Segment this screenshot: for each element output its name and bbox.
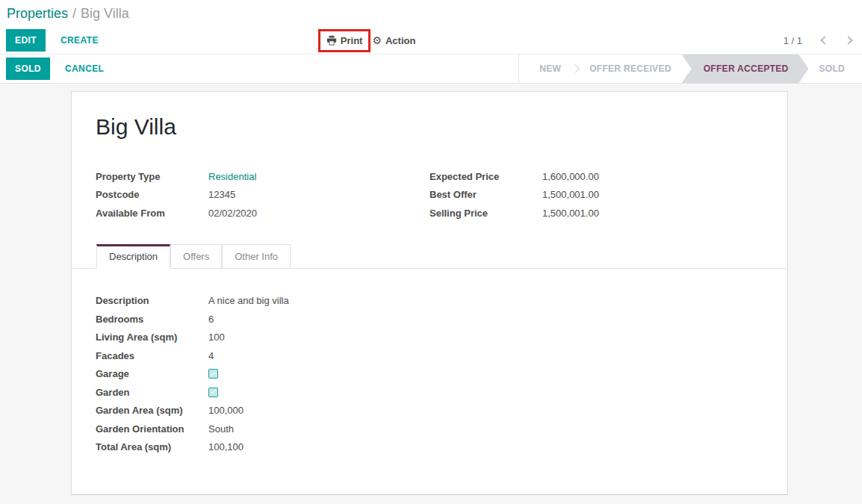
field-label: Description [96, 295, 208, 306]
pager: 1 / 1 [784, 35, 852, 46]
content-area: Big Villa Property TypeResidentialPostco… [0, 84, 862, 504]
printer-icon [326, 35, 337, 46]
checkbox-garden[interactable] [208, 388, 218, 397]
field-row-best-offer: Best Offer1,500,001.00 [430, 186, 763, 205]
field-value: 4 [208, 350, 214, 361]
action-button[interactable]: ⚙ Action [370, 32, 417, 49]
field-row-postcode: Postcode12345 [96, 186, 430, 205]
field-value: 12345 [208, 189, 235, 200]
pager-previous-icon[interactable] [820, 36, 828, 44]
field-value: 1,500,001.00 [542, 208, 599, 219]
field-row-property-type: Property TypeResidential [96, 167, 430, 186]
field-value: 02/02/2020 [208, 208, 257, 219]
sold-button[interactable]: SOLD [6, 57, 50, 80]
control-panel: EDIT CREATE Print ⚙ Action 1 / 1 [0, 27, 862, 54]
tab-other-info[interactable]: Other Info [222, 244, 291, 269]
step-separator-icon [571, 64, 579, 72]
field-label: Garden Area (sqm) [96, 405, 208, 416]
breadcrumb-separator: / [72, 6, 76, 22]
action-button-label: Action [385, 35, 415, 46]
form-card: Big Villa Property TypeResidentialPostco… [71, 91, 788, 495]
create-button[interactable]: CREATE [56, 34, 103, 46]
field-row-garden-area-sqm-: Garden Area (sqm)100,000 [96, 402, 763, 420]
page-title: Big Villa [96, 114, 763, 140]
field-row-description: DescriptionA nice and big villa [96, 292, 763, 311]
field-label: Postcode [96, 189, 208, 200]
field-row-garage: Garage [96, 365, 763, 384]
check-icon [211, 388, 217, 394]
field-row-available-from: Available From02/02/2020 [96, 204, 430, 223]
status-steps: NEWOFFER RECEIVEDOFFER ACCEPTEDSOLD [518, 55, 862, 83]
field-label: Bedrooms [96, 314, 208, 325]
field-label: Total Area (sqm) [96, 441, 208, 452]
field-row-selling-price: Selling Price1,500,001.00 [430, 204, 763, 223]
check-icon [211, 370, 217, 376]
field-value: A nice and big villa [208, 295, 289, 306]
print-button[interactable]: Print [325, 32, 365, 49]
breadcrumb-current: Big Villa [81, 6, 129, 22]
field-label: Living Area (sqm) [96, 332, 208, 343]
field-value[interactable]: Residential [208, 171, 256, 182]
status-step-offer-accepted[interactable]: OFFER ACCEPTED [682, 55, 809, 83]
status-step-sold[interactable]: SOLD [809, 55, 855, 83]
field-row-facades: Facades4 [96, 346, 763, 365]
gear-icon: ⚙ [372, 35, 382, 46]
field-label: Garden [96, 387, 208, 398]
field-value: 1,600,000.00 [542, 171, 599, 182]
pager-counter: 1 / 1 [784, 35, 802, 46]
breadcrumb: Properties / Big Villa [0, 0, 862, 27]
print-button-label: Print [341, 35, 363, 46]
statusbar: SOLD CANCEL NEWOFFER RECEIVEDOFFER ACCEP… [0, 54, 862, 84]
field-row-total-area-sqm-: Total Area (sqm)100,100 [96, 438, 763, 457]
checkbox-garage[interactable] [208, 369, 218, 379]
field-row-expected-price: Expected Price1,600,000.00 [430, 167, 763, 186]
field-label: Facades [96, 350, 208, 361]
field-row-garden-orientation: Garden OrientationSouth [96, 420, 763, 438]
field-value: 6 [208, 314, 214, 325]
tab-content-description: DescriptionA nice and big villaBedrooms6… [96, 269, 763, 457]
edit-button[interactable]: EDIT [6, 29, 46, 52]
cancel-button[interactable]: CANCEL [61, 63, 108, 75]
field-label: Garage [96, 368, 208, 379]
field-label: Available From [96, 208, 208, 219]
notebook-tabs: DescriptionOffersOther Info [72, 244, 787, 269]
pager-next-icon[interactable] [844, 36, 852, 44]
field-label: Property Type [96, 171, 208, 182]
field-value: 100 [208, 332, 225, 343]
field-label: Selling Price [430, 208, 542, 219]
field-value: South [208, 423, 234, 435]
status-step-offer-received[interactable]: OFFER RECEIVED [580, 55, 681, 83]
field-value: 100,000 [208, 405, 244, 416]
print-highlight-annotation: Print [318, 29, 371, 52]
field-row-bedrooms: Bedrooms6 [96, 310, 763, 329]
field-column-left: Property TypeResidentialPostcode12345Ava… [96, 167, 430, 223]
field-row-living-area-sqm-: Living Area (sqm)100 [96, 329, 763, 347]
field-group-top: Property TypeResidentialPostcode12345Ava… [96, 167, 763, 223]
field-value: 1,500,001.00 [542, 189, 599, 200]
tab-description[interactable]: Description [96, 244, 170, 269]
field-label: Expected Price [430, 171, 542, 182]
breadcrumb-parent-link[interactable]: Properties [7, 6, 68, 22]
field-label: Garden Orientation [96, 423, 208, 435]
field-column-right: Expected Price1,600,000.00Best Offer1,50… [430, 167, 763, 223]
field-row-garden: Garden [96, 383, 763, 402]
field-label: Best Offer [430, 189, 542, 200]
field-value: 100,100 [208, 441, 244, 452]
toolbar-center: Print ⚙ Action [318, 29, 418, 52]
tab-offers[interactable]: Offers [170, 244, 222, 269]
status-step-new[interactable]: NEW [530, 55, 571, 83]
